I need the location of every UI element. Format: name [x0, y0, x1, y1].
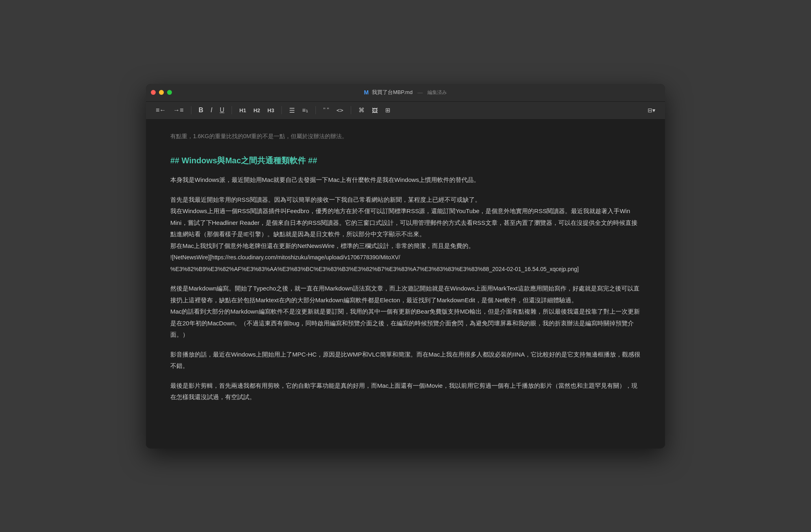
format-group: B I U: [195, 105, 228, 115]
quote-button[interactable]: " ": [320, 105, 333, 115]
app-icon: M: [364, 89, 369, 96]
paragraph-5: 最後是影片剪輯，首先兩邊我都有用剪映，它的自動字幕功能是真的好用，而Mac上面還…: [170, 380, 641, 403]
content-area[interactable]: 有點重，1.6KG的重量比找的0M重的不是一點，但屬於沒辦法的辦法。 ## Wi…: [146, 120, 665, 448]
document-title: 我買了台MBP.md: [372, 89, 412, 96]
unordered-list-button[interactable]: ☰: [286, 105, 298, 116]
separator-3: [281, 106, 282, 114]
media-group: ⌘ 🖼 ⊞: [355, 105, 394, 115]
h3-button[interactable]: H3: [264, 106, 278, 115]
titlebar: M 我買了台MBP.md — 編集済み: [146, 84, 665, 102]
separator-4: [315, 106, 316, 114]
main-window: M 我買了台MBP.md — 編集済み ≡← →≡ B I U H1 H2 H3: [146, 84, 665, 449]
h2-button[interactable]: H2: [250, 106, 264, 115]
toolbar: ≡← →≡ B I U H1 H2 H3 ☰ ≡₁: [146, 102, 665, 120]
heading-group: H1 H2 H3: [236, 106, 277, 115]
separator-2: [232, 106, 232, 114]
outdent-button[interactable]: ≡←: [152, 105, 169, 115]
italic-button[interactable]: I: [207, 105, 215, 115]
indent-button[interactable]: →≡: [170, 105, 187, 115]
paragraph-4: 影音播放的話，最近在Windows上開始用上了MPC-HC，原因是比WMP和VL…: [170, 349, 641, 372]
image-url: ![NetNewsWire][https://res.cloudinary.co…: [170, 254, 579, 272]
close-button[interactable]: [151, 90, 156, 95]
paragraph-3: 然後是Markdown編寫。開始了Typecho之後，就一直在用Markdown…: [170, 283, 641, 341]
h1-button[interactable]: H1: [236, 106, 249, 115]
document-status: 編集済み: [427, 89, 447, 96]
faded-top-text: 有點重，1.6KG的重量比找的0M重的不是一點，但屬於沒辦法的辦法。: [170, 132, 641, 141]
titlebar-center: M 我買了台MBP.md — 編集済み: [364, 89, 447, 96]
maximize-button[interactable]: [167, 90, 172, 95]
list-group: ☰ ≡₁: [286, 105, 311, 116]
traffic-lights: [151, 90, 172, 95]
link-button[interactable]: ⌘: [355, 105, 368, 115]
table-button[interactable]: ⊞: [382, 105, 394, 115]
separator-5: [351, 106, 351, 114]
title-separator: —: [417, 90, 423, 96]
code-button[interactable]: <>: [333, 105, 347, 115]
image-button[interactable]: 🖼: [369, 105, 381, 115]
minimize-button[interactable]: [159, 90, 164, 95]
layout-button[interactable]: ⊟▾: [644, 105, 659, 115]
paragraph-1: 本身我是Windows派，最近開始用Mac就要自己去發掘一下Mac上有什麼軟件是…: [170, 174, 641, 186]
bold-button[interactable]: B: [195, 105, 207, 115]
section-heading: ## Windows與Mac之間共通種類軟件 ##: [170, 153, 641, 168]
underline-button[interactable]: U: [217, 105, 228, 115]
insert-group: " " <>: [320, 105, 347, 115]
toolbar-right: ⊟▾: [644, 105, 659, 115]
paragraph-2: 首先是我最近開始常用的RSS閱讀器。因為可以簡單的接收一下我自己常看網站的新聞，…: [170, 194, 641, 275]
indent-group: ≡← →≡: [152, 105, 187, 115]
separator-1: [191, 106, 191, 114]
ordered-list-button[interactable]: ≡₁: [299, 105, 311, 115]
